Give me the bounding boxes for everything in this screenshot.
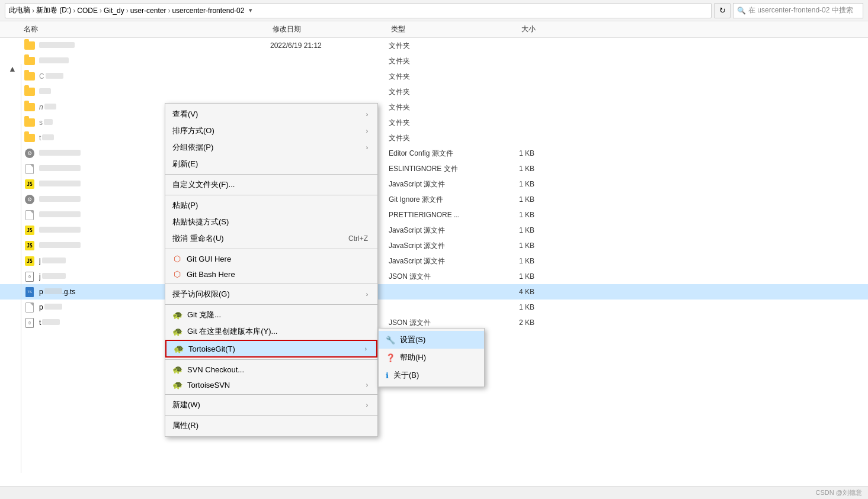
refresh-button[interactable]: ↻ — [714, 3, 731, 18]
list-item[interactable]: TS p.g.ts 4 KB — [0, 284, 868, 300]
file-type: JavaScript 源文件 — [389, 241, 519, 251]
submenu-arrow: › — [366, 382, 368, 388]
submenu-arrow: › — [366, 144, 368, 151]
file-type: 文件夹 — [389, 133, 519, 143]
svn-icon: 🐢 — [172, 365, 182, 374]
submenu-arrow: › — [365, 346, 367, 352]
list-item[interactable]: ⚙ Editor Config 源文件 1 KB — [0, 146, 868, 161]
context-menu-item-paste-shortcut[interactable]: 粘贴快捷方式(S) — [165, 214, 377, 230]
config-icon: ⚙ — [24, 194, 36, 205]
list-item[interactable]: C 文件夹 — [0, 69, 868, 84]
breadcrumb-dropdown-arrow[interactable]: ▾ — [249, 7, 252, 14]
list-item[interactable]: PRETTIERIGNORE ... 1 KB — [0, 207, 868, 223]
watermark: CSDN @刘德意 — [816, 488, 862, 497]
context-menu-item-git-create-repo[interactable]: 🐢 Git 在这里创建版本库(Y)... — [165, 323, 377, 340]
shortcut-label: Ctrl+Z — [348, 234, 368, 243]
context-menu: 查看(V) › 排序方式(O) › 分组依据(P) › 刷新(E) 自定义文件夹… — [165, 103, 378, 437]
context-menu-item-git-clone[interactable]: 🐢 Git 克隆... — [165, 307, 377, 323]
list-item[interactable]: t 文件夹 — [0, 130, 868, 146]
file-name — [39, 57, 270, 65]
file-size: 1 KB — [519, 226, 578, 234]
folder-icon — [24, 101, 36, 113]
file-explorer: 此电脑 › 新加卷 (D:) › CODE › Git_dy › user-ce… — [0, 0, 868, 499]
file-type: JavaScript 源文件 — [389, 226, 519, 236]
context-menu-item-view[interactable]: 查看(V) › — [165, 106, 377, 123]
file-name — [39, 41, 270, 50]
breadcrumb-item-2: 新加卷 (D:) — [36, 5, 71, 15]
col-date-header[interactable]: 修改日期 — [273, 24, 391, 34]
file-type: 文件夹 — [389, 72, 519, 82]
tortoise-icon: 🐢 — [172, 327, 182, 336]
folder-icon — [24, 86, 36, 98]
col-size-header[interactable]: 大小 — [521, 24, 581, 34]
submenu-item-help[interactable]: ❓ 帮助(H) — [379, 349, 484, 366]
context-menu-item-new[interactable]: 新建(W) › — [165, 397, 377, 413]
file-type: ESLINTIGNORE 文件 — [389, 164, 519, 174]
file-size: 1 KB — [519, 195, 578, 204]
context-menu-item-tortoisesvn[interactable]: 🐢 TortoiseSVN › — [165, 377, 377, 392]
list-item[interactable]: s 文件夹 — [0, 115, 868, 130]
config-icon: ⚙ — [24, 147, 36, 159]
context-menu-item-git-bash[interactable]: ⬡ Git Bash Here — [165, 266, 377, 282]
collapse-arrow[interactable]: ▲ — [8, 64, 17, 73]
folder-icon — [24, 55, 36, 67]
context-menu-item-access[interactable]: 授予访问权限(G) › — [165, 286, 377, 302]
json-file-icon: {} — [24, 271, 36, 282]
list-item[interactable]: 文件夹 — [0, 84, 868, 99]
file-size: 2 KB — [519, 318, 578, 327]
file-name — [39, 88, 270, 96]
file-type: 文件夹 — [389, 102, 519, 112]
context-menu-item-paste[interactable]: 粘贴(P) — [165, 197, 377, 214]
breadcrumb-item-1: 此电脑 — [9, 5, 30, 15]
col-name-header[interactable]: 名称 — [24, 24, 273, 34]
help-icon: ❓ — [386, 353, 395, 362]
breadcrumb[interactable]: 此电脑 › 新加卷 (D:) › CODE › Git_dy › user-ce… — [5, 3, 712, 18]
col-type-header[interactable]: 类型 — [391, 24, 521, 34]
file-type: JSON 源文件 — [389, 318, 519, 328]
context-menu-item-properties[interactable]: 属性(R) — [165, 417, 377, 434]
svn-icon: 🐢 — [172, 380, 182, 389]
submenu-arrow: › — [366, 291, 368, 298]
search-input[interactable]: 🔍 在 usercenter-frontend-02 中搜索 — [733, 3, 863, 18]
list-item[interactable]: p 1 KB — [0, 300, 868, 315]
file-type: 文件夹 — [389, 118, 519, 128]
context-menu-item-refresh[interactable]: 刷新(E) — [165, 156, 377, 172]
file-list: ▲ 2022/6/19 21:12 文件夹 文件夹 C 文件夹 — [0, 38, 868, 486]
json-file-icon: {} — [24, 317, 36, 329]
search-icon: 🔍 — [737, 7, 746, 15]
file-date: 2022/6/19 21:12 — [270, 41, 389, 50]
generic-file-icon — [24, 209, 36, 221]
list-item[interactable]: {} j JSON 源文件 1 KB — [0, 269, 868, 284]
list-item[interactable]: ESLINTIGNORE 文件 1 KB — [0, 161, 868, 176]
context-menu-item-customize[interactable]: 自定义文件夹(F)... — [165, 176, 377, 193]
file-size: 1 KB — [519, 303, 578, 311]
tortoisegit-submenu: 🔧 设置(S) ❓ 帮助(H) ℹ 关于(B) — [378, 328, 485, 387]
list-item[interactable]: 文件夹 — [0, 53, 868, 69]
generic-file-icon — [24, 163, 36, 175]
list-item[interactable]: JS j JavaScript 源文件 1 KB — [0, 253, 868, 269]
context-menu-item-svn-checkout[interactable]: 🐢 SVN Checkout... — [165, 362, 377, 377]
submenu-item-settings[interactable]: 🔧 设置(S) — [379, 331, 484, 349]
list-item[interactable]: JS JavaScript 源文件 1 KB — [0, 238, 868, 253]
breadcrumb-item-4: Git_dy — [104, 7, 124, 15]
file-size: 1 KB — [519, 242, 578, 250]
file-type: JavaScript 源文件 — [389, 179, 519, 189]
list-item[interactable]: JS JavaScript 源文件 1 KB — [0, 223, 868, 238]
list-item[interactable]: n 文件夹 — [0, 99, 868, 115]
list-item[interactable]: 2022/6/19 21:12 文件夹 — [0, 38, 868, 53]
file-size: 1 KB — [519, 180, 578, 188]
menu-separator — [165, 394, 377, 395]
js-file-icon: JS — [24, 255, 36, 267]
context-menu-item-sort[interactable]: 排序方式(O) › — [165, 123, 377, 139]
context-menu-item-tortoisegit[interactable]: 🐢 TortoiseGit(T) › — [165, 340, 377, 358]
context-menu-item-git-gui[interactable]: ⬡ Git GUI Here — [165, 251, 377, 266]
breadcrumb-item-5: user-center — [130, 7, 166, 15]
context-menu-item-undo[interactable]: 撤消 重命名(U) Ctrl+Z — [165, 230, 377, 247]
context-menu-item-group[interactable]: 分组依据(P) › — [165, 139, 377, 156]
file-type: 文件夹 — [389, 87, 519, 97]
list-item[interactable]: JS JavaScript 源文件 1 KB — [0, 176, 868, 192]
folder-icon — [24, 117, 36, 128]
folder-icon — [24, 132, 36, 144]
submenu-item-about[interactable]: ℹ 关于(B) — [379, 366, 484, 384]
list-item[interactable]: ⚙ Git Ignore 源文件 1 KB — [0, 192, 868, 207]
